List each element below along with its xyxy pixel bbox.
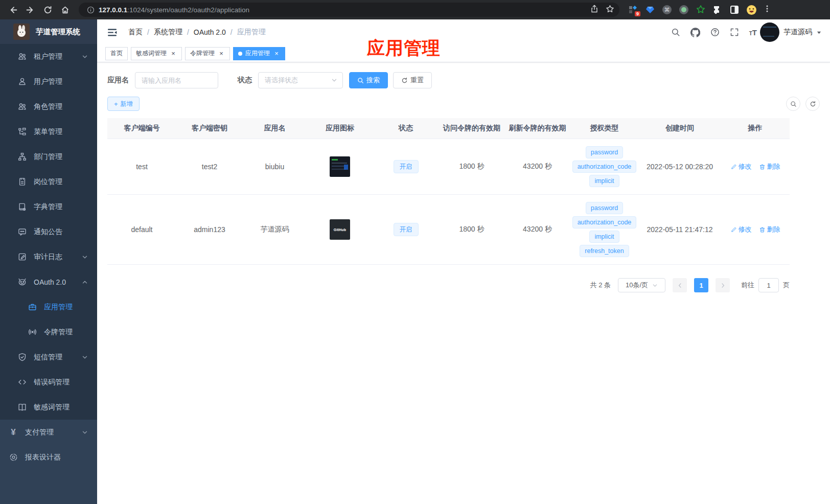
ext-grid-diamond-icon[interactable]: 9	[628, 4, 639, 15]
sidebar-item-应用管理[interactable]: 应用管理	[0, 294, 97, 319]
close-icon[interactable]: ×	[218, 50, 225, 57]
bookmark-star-icon[interactable]	[606, 5, 614, 15]
user-menu[interactable]: 芋道源码	[760, 22, 822, 42]
sidebar-item-敏感词管理[interactable]: 敏感词管理	[0, 395, 97, 420]
breadcrumb-item[interactable]: OAuth 2.0	[194, 28, 226, 36]
breadcrumb-separator: /	[147, 28, 149, 36]
tab-敏感词管理[interactable]: 敏感词管理 ×	[131, 47, 182, 60]
page-size-select[interactable]: 10条/页	[618, 278, 665, 292]
pagination-total: 共 2 条	[590, 281, 611, 290]
tab-应用管理[interactable]: 应用管理 ×	[233, 47, 285, 60]
sidebar: 芋道管理系统 租户管理 用户管理 角色管理 菜单管理 部门管理 岗位管理 字典管…	[0, 19, 97, 504]
sidebar-item-label: 岗位管理	[34, 177, 62, 187]
breadcrumb-item[interactable]: 系统管理	[154, 28, 182, 37]
help-icon[interactable]	[710, 28, 720, 37]
sms-shield-icon	[17, 353, 27, 362]
ext-command-circle-icon[interactable]: ⌘	[661, 4, 673, 15]
reset-button[interactable]: 重置	[393, 72, 432, 88]
pagination: 共 2 条 10条/页 1 前往 页	[107, 278, 790, 292]
sidebar-item-通知公告[interactable]: 通知公告	[0, 219, 97, 244]
edit-button[interactable]: 修改	[730, 225, 752, 234]
status-select[interactable]: 请选择状态	[258, 72, 343, 88]
browser-menu-icon[interactable]	[763, 5, 771, 15]
delete-button[interactable]: 删除	[759, 162, 780, 171]
sidebar-item-报表设计器[interactable]: 报表设计器	[0, 445, 97, 470]
fullscreen-icon[interactable]	[730, 28, 739, 37]
sidebar-toggle-icon[interactable]	[104, 25, 120, 40]
hide-search-button[interactable]	[786, 97, 800, 111]
sidebar-item-菜单管理[interactable]: 菜单管理	[0, 119, 97, 144]
page-number-1[interactable]: 1	[694, 278, 708, 292]
grant-type-tag: authorization_code	[572, 161, 637, 173]
site-info-icon[interactable]	[87, 6, 95, 14]
sidebar-item-支付管理[interactable]: ¥ 支付管理	[0, 420, 97, 445]
breadcrumb-item[interactable]: 首页	[128, 28, 143, 37]
address-bar[interactable]: 127.0.0.1:1024/system/oauth2/oauth2/appl…	[79, 3, 619, 17]
sidebar-item-label: 字典管理	[34, 202, 62, 212]
sidebar-item-角色管理[interactable]: 角色管理	[0, 94, 97, 119]
page-content: 应用名 状态 请选择状态 搜索 重置	[97, 62, 830, 292]
grant-type-tag: implicit	[589, 175, 619, 187]
add-button[interactable]: + 新增	[107, 97, 140, 111]
sidebar-item-label: 通知公告	[34, 227, 62, 237]
edit-button[interactable]: 修改	[730, 162, 752, 171]
errcode-icon	[17, 378, 27, 387]
fontsize-icon[interactable]: TT	[749, 29, 757, 36]
sidebar-item-部门管理[interactable]: 部门管理	[0, 144, 97, 169]
home-icon[interactable]	[57, 2, 73, 17]
app-name-input[interactable]	[135, 72, 218, 88]
caret-down-icon	[816, 30, 822, 35]
tab-首页[interactable]: 首页	[105, 47, 128, 60]
column-header: 状态	[373, 118, 439, 139]
sidebar-item-令牌管理[interactable]: 令牌管理	[0, 319, 97, 345]
sidebar-item-label: 租户管理	[34, 52, 62, 61]
chevron-down-icon	[331, 77, 337, 83]
delete-button[interactable]: 删除	[759, 225, 780, 234]
cell-client-id: test	[107, 139, 176, 194]
next-page-button[interactable]	[716, 278, 730, 292]
sidebar-item-错误码管理[interactable]: 错误码管理	[0, 370, 97, 395]
prev-page-button[interactable]	[673, 278, 687, 292]
sidebar-item-字典管理[interactable]: 字典管理	[0, 194, 97, 219]
search-icon[interactable]	[671, 28, 680, 37]
log-icon	[17, 253, 27, 262]
github-icon[interactable]	[690, 28, 700, 37]
sidebar-menu-base: ¥ 支付管理 报表设计器	[0, 420, 97, 470]
ext-green-star-icon[interactable]	[695, 4, 706, 15]
applications-table: 客户端编号客户端密钥应用名应用图标状态访问令牌的有效期刷新令牌的有效期授权类型创…	[107, 118, 790, 265]
breadcrumb-separator: /	[230, 28, 233, 36]
ext-gem-icon[interactable]	[644, 4, 656, 15]
sidebar-item-用户管理[interactable]: 用户管理	[0, 69, 97, 94]
column-header: 客户端编号	[107, 118, 176, 139]
top-navbar: 首页/系统管理/OAuth 2.0/应用管理 TT 芋道源码	[97, 19, 830, 45]
sidebar-item-短信管理[interactable]: 短信管理	[0, 345, 97, 370]
sidebar-item-OAuth 2.0[interactable]: OAuth 2.0	[0, 269, 97, 294]
column-header: 应用图标	[307, 118, 373, 139]
ext-record-circle-icon[interactable]	[678, 4, 689, 15]
navbar-tools: TT	[671, 28, 757, 37]
tab-令牌管理[interactable]: 令牌管理 ×	[185, 47, 230, 60]
ext-split-square-icon[interactable]	[729, 4, 740, 15]
ext-puzzle-icon[interactable]	[712, 4, 723, 15]
close-icon[interactable]: ×	[170, 50, 177, 57]
goto-page-input[interactable]	[758, 278, 779, 292]
app-logo[interactable]: 芋道管理系统	[0, 19, 97, 44]
cell-app-name: biubiu	[243, 139, 307, 194]
refresh-table-button[interactable]	[805, 97, 820, 111]
close-icon[interactable]: ×	[273, 50, 280, 57]
token-signal-icon	[28, 328, 37, 337]
reload-icon[interactable]	[40, 2, 55, 17]
dict-icon	[17, 202, 27, 212]
ext-emoji-icon[interactable]	[746, 4, 757, 15]
table-toolbar: + 新增	[107, 97, 820, 111]
back-icon[interactable]	[5, 2, 20, 17]
sidebar-item-审计日志[interactable]: 审计日志	[0, 244, 97, 269]
cell-refresh-ttl: 43200 秒	[505, 139, 570, 194]
sidebar-item-租户管理[interactable]: 租户管理	[0, 44, 97, 69]
share-icon[interactable]	[590, 5, 598, 15]
sidebar-item-岗位管理[interactable]: 岗位管理	[0, 169, 97, 194]
filter-form: 应用名 状态 请选择状态 搜索 重置	[107, 72, 820, 88]
forward-icon[interactable]	[22, 2, 38, 17]
search-button[interactable]: 搜索	[349, 72, 388, 88]
oauth-icon	[17, 278, 27, 287]
